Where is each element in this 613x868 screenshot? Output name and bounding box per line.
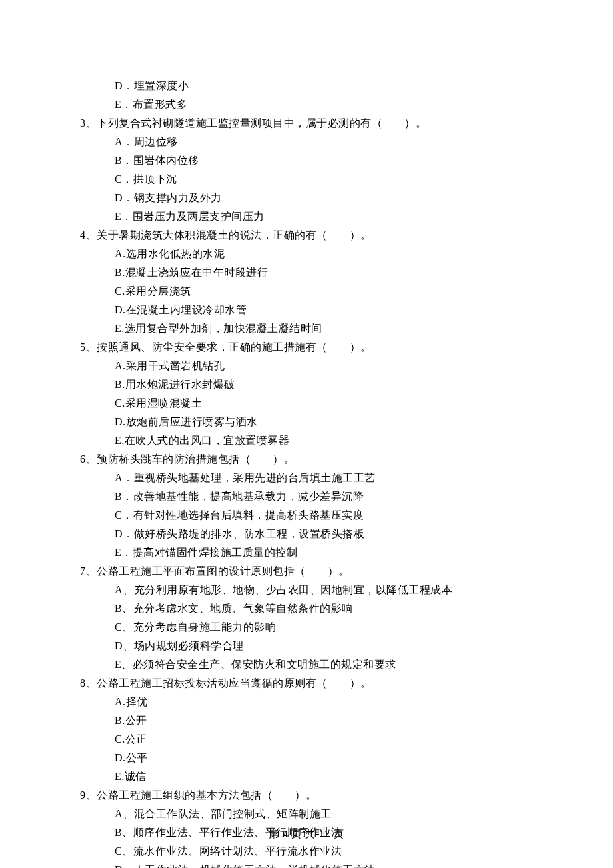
option: D．钢支撑内力及外力 <box>80 189 533 207</box>
question-text: 关于暑期浇筑大体积混凝土的说法，正确的有（ ）。 <box>97 229 372 241</box>
question-text: 公路工程施工组织的基本方法包括（ ）。 <box>97 789 316 801</box>
option: A.择优 <box>80 693 533 711</box>
question-text: 预防桥头跳车的防治措施包括（ ）。 <box>97 453 295 465</box>
question-number: 4、 <box>80 229 97 241</box>
question-9: 9、公路工程施工组织的基本方法包括（ ）。 <box>80 786 533 805</box>
option: A．周边位移 <box>80 133 533 151</box>
question-text: 公路工程施工平面布置图的设计原则包括（ ）。 <box>97 565 350 577</box>
question-4: 4、关于暑期浇筑大体积混凝土的说法，正确的有（ ）。 <box>80 226 533 245</box>
option: A.选用水化低热的水泥 <box>80 245 533 263</box>
question-5: 5、按照通风、防尘安全要求，正确的施工措施有（ ）。 <box>80 338 533 357</box>
option: B.混凝土浇筑应在中午时段进行 <box>80 263 533 282</box>
question-7: 7、公路工程施工平面布置图的设计原则包括（ ）。 <box>80 562 533 581</box>
orphan-option: E．布置形式多 <box>80 95 533 114</box>
option: C、流水作业法、网络计划法、平行流水作业法 <box>80 842 533 861</box>
question-3: 3、下列复合式衬砌隧道施工监控量测项目中，属于必测的有（ ）。 <box>80 114 533 133</box>
question-number: 9、 <box>80 789 97 801</box>
option: D．做好桥头路堤的排水、防水工程，设置桥头搭板 <box>80 525 533 543</box>
option: C．有针对性地选择台后填料，提高桥头路基压实度 <box>80 506 533 525</box>
option: B、充分考虑水文、地质、气象等自然条件的影响 <box>80 599 533 618</box>
question-8: 8、公路工程施工招标投标活动应当遵循的原则有（ ）。 <box>80 674 533 693</box>
option: B．围岩体内位移 <box>80 151 533 170</box>
question-text: 下列复合式衬砌隧道施工监控量测项目中，属于必测的有（ ）。 <box>97 117 426 129</box>
option: D.放炮前后应进行喷雾与洒水 <box>80 413 533 431</box>
question-6: 6、预防桥头跳车的防治措施包括（ ）。 <box>80 450 533 469</box>
question-number: 8、 <box>80 677 97 689</box>
option: C.采用湿喷混凝土 <box>80 394 533 413</box>
option: D、场内规划必须科学合理 <box>80 637 533 655</box>
option: B.公开 <box>80 711 533 730</box>
option: E．提高对锚固件焊接施工质量的控制 <box>80 543 533 562</box>
option: C、充分考虑自身施工能力的影响 <box>80 618 533 637</box>
page-footer: 第 4 页 共 12 页 <box>0 825 613 843</box>
option: B．改善地基性能，提高地基承载力，减少差异沉降 <box>80 487 533 506</box>
option: A、混合工作队法、部门控制式、矩阵制施工 <box>80 805 533 823</box>
option: A．重视桥头地基处理，采用先进的台后填土施工工艺 <box>80 469 533 487</box>
document-body: D．埋置深度小 E．布置形式多 3、下列复合式衬砌隧道施工监控量测项目中，属于必… <box>80 77 533 868</box>
orphan-option: D．埋置深度小 <box>80 77 533 95</box>
question-number: 6、 <box>80 453 97 465</box>
question-text: 公路工程施工招标投标活动应当遵循的原则有（ ）。 <box>97 677 372 689</box>
question-number: 7、 <box>80 565 97 577</box>
option: C.采用分层浇筑 <box>80 282 533 301</box>
question-number: 5、 <box>80 341 97 353</box>
question-text: 按照通风、防尘安全要求，正确的施工措施有（ ）。 <box>97 341 372 353</box>
option: E.诚信 <box>80 767 533 786</box>
option: C．拱顶下沉 <box>80 170 533 189</box>
option: B.用水炮泥进行水封爆破 <box>80 375 533 394</box>
option: D.公平 <box>80 749 533 767</box>
option: D、人工作业法、机械化施工方法、半机械化施工方法 <box>80 861 533 868</box>
option: E、必须符合安全生产、保安防火和文明施工的规定和要求 <box>80 655 533 674</box>
option: D.在混凝土内埋设冷却水管 <box>80 301 533 319</box>
question-number: 3、 <box>80 117 97 129</box>
option: A、充分利用原有地形、地物、少占农田、因地制宜，以降低工程成本 <box>80 581 533 599</box>
option: A.采用干式凿岩机钻孔 <box>80 357 533 375</box>
option: E.在吹人式的出风口，宜放置喷雾器 <box>80 431 533 450</box>
option: E.选用复合型外加剂，加快混凝土凝结时间 <box>80 319 533 338</box>
option: E．围岩压力及两层支护间压力 <box>80 207 533 226</box>
option: C.公正 <box>80 730 533 749</box>
